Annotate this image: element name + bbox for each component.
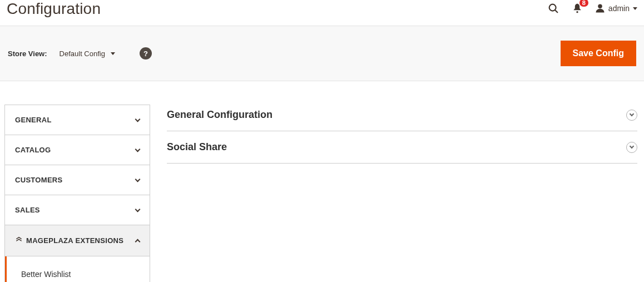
sidebar-subitem-better-wishlist[interactable]: Better Wishlist bbox=[5, 256, 150, 282]
sidebar-item-label: CATALOG bbox=[15, 146, 51, 154]
section-general-configuration[interactable]: General Configuration bbox=[167, 105, 637, 131]
caret-down-icon bbox=[633, 7, 637, 10]
config-sidebar: GENERAL CATALOG CUSTOMERS SALES MAGEPLAZ… bbox=[4, 105, 150, 282]
sidebar-item-label: SALES bbox=[15, 206, 40, 214]
sidebar-item-customers[interactable]: CUSTOMERS bbox=[5, 165, 150, 195]
chevron-up-icon bbox=[135, 239, 141, 244]
caret-down-icon bbox=[111, 52, 115, 55]
help-icon[interactable]: ? bbox=[140, 47, 152, 60]
sidebar-item-label: MAGEPLAZA EXTENSIONS bbox=[26, 236, 123, 245]
expand-icon bbox=[626, 110, 637, 121]
section-title: Social Share bbox=[167, 141, 227, 153]
expand-icon bbox=[626, 142, 637, 153]
svg-line-1 bbox=[555, 10, 557, 12]
header-actions: 8 admin bbox=[547, 0, 637, 14]
store-view-bar: Store View: Default Config ? Save Config bbox=[0, 26, 644, 81]
svg-point-3 bbox=[598, 4, 602, 9]
search-icon[interactable] bbox=[547, 2, 559, 14]
sidebar-item-general[interactable]: GENERAL bbox=[5, 105, 150, 135]
sidebar-item-label: CUSTOMERS bbox=[15, 176, 63, 184]
notifications-icon[interactable]: 8 bbox=[572, 2, 583, 14]
save-config-button[interactable]: Save Config bbox=[561, 41, 636, 66]
store-view-select[interactable]: Default Config bbox=[57, 50, 117, 58]
account-label: admin bbox=[608, 4, 630, 13]
sidebar-item-catalog[interactable]: CATALOG bbox=[5, 135, 150, 165]
config-main: General Configuration Social Share bbox=[167, 105, 644, 282]
sidebar-item-mageplaza-extensions[interactable]: MAGEPLAZA EXTENSIONS bbox=[5, 225, 150, 256]
chevron-down-icon bbox=[135, 176, 141, 182]
mageplaza-logo-icon bbox=[15, 236, 23, 245]
user-icon bbox=[595, 3, 605, 13]
chevron-down-icon bbox=[135, 116, 141, 122]
store-view-value: Default Config bbox=[60, 50, 105, 58]
store-view-label: Store View: bbox=[8, 50, 47, 58]
section-social-share[interactable]: Social Share bbox=[167, 131, 637, 164]
chevron-down-icon bbox=[135, 146, 141, 152]
sidebar-item-label: GENERAL bbox=[15, 116, 52, 124]
account-menu[interactable]: admin bbox=[595, 3, 637, 13]
chevron-down-icon bbox=[135, 206, 141, 212]
sidebar-item-sales[interactable]: SALES bbox=[5, 195, 150, 225]
svg-point-2 bbox=[576, 11, 578, 13]
section-title: General Configuration bbox=[167, 109, 273, 121]
page-title: Configuration bbox=[7, 0, 101, 18]
notification-badge: 8 bbox=[579, 0, 588, 7]
